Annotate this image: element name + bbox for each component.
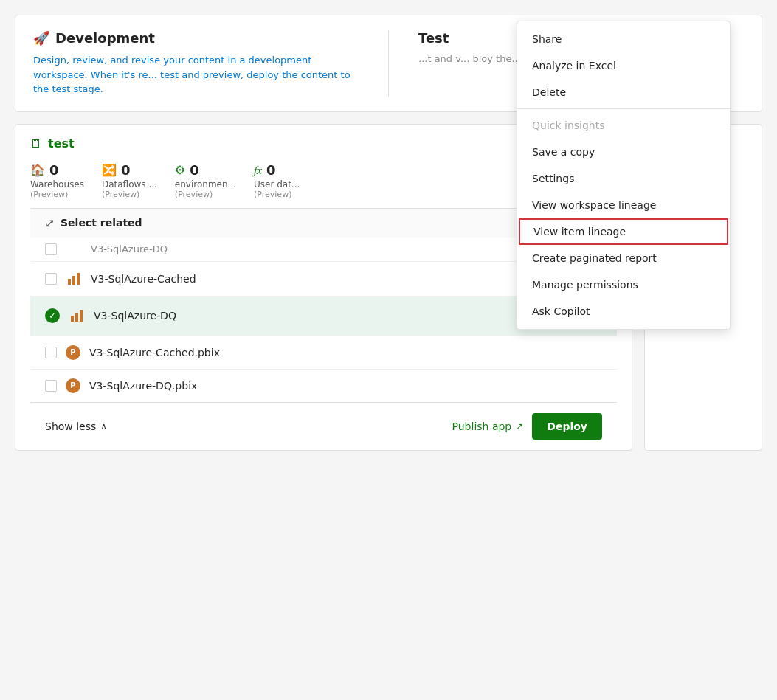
svg-rect-2	[77, 273, 80, 285]
workspace-list-icon: 🗒	[30, 136, 42, 150]
chart-icon	[69, 308, 85, 324]
userdata-icon: 𝑓𝑥	[254, 163, 262, 177]
item-checkbox[interactable]	[45, 243, 57, 255]
stat-dataflows-top: 🔀 0	[102, 162, 131, 178]
stat-userdata: 𝑓𝑥 0 User dat... (Preview)	[254, 162, 300, 199]
select-related-label: Select related	[61, 217, 554, 229]
dev-section-header: 🚀 Development	[33, 30, 359, 46]
menu-item-item-lineage[interactable]: View item lineage	[519, 218, 728, 245]
stat-userdata-top: 𝑓𝑥 0	[254, 162, 276, 178]
menu-item-manage-permissions[interactable]: Manage permissions	[517, 271, 730, 298]
table-row[interactable]: P V3-SqlAzure-DQ.pbix	[30, 370, 617, 402]
chart-icon	[66, 271, 82, 287]
publish-app-label: Publish app	[452, 420, 512, 432]
stat-warehouses-top: 🏠 0	[30, 162, 59, 178]
menu-item-workspace-lineage[interactable]: View workspace lineage	[517, 192, 730, 218]
menu-item-delete[interactable]: Delete	[517, 79, 730, 105]
stat-dataflows-label: Dataflows ...	[102, 179, 157, 190]
menu-item-paginated-report[interactable]: Create paginated report	[517, 245, 730, 271]
pbix-icon: P	[66, 378, 80, 393]
svg-rect-0	[68, 279, 71, 285]
menu-ask-copilot-label: Ask Copilot	[532, 305, 590, 317]
item-checkbox[interactable]	[45, 273, 57, 285]
menu-item-save-copy[interactable]: Save a copy	[517, 139, 730, 165]
menu-analyze-label: Analyze in Excel	[532, 60, 616, 72]
publish-app-button[interactable]: Publish app ↗	[452, 420, 524, 432]
dev-section: 🚀 Development Design, review, and revise…	[33, 30, 359, 97]
share-icon: ⤢	[45, 216, 55, 230]
stat-environments: ⚙ 0 environmen... (Preview)	[175, 162, 236, 199]
item-selected-check[interactable]: ✓	[45, 308, 60, 323]
stat-environments-preview: (Preview)	[175, 190, 213, 199]
table-row[interactable]: P V3-SqlAzure-Cached.pbix	[30, 336, 617, 370]
menu-save-copy-label: Save a copy	[532, 146, 595, 158]
svg-rect-5	[80, 310, 83, 322]
stat-userdata-preview: (Preview)	[254, 190, 291, 199]
menu-item-quick-insights: Quick insights	[517, 112, 730, 139]
stat-warehouses-num: 0	[49, 162, 59, 178]
rocket-icon: 🚀	[33, 30, 49, 46]
stat-dataflows-preview: (Preview)	[102, 190, 139, 199]
stat-dataflows-num: 0	[121, 162, 131, 178]
svg-rect-3	[71, 316, 74, 322]
item-name: V3-SqlAzure-Cached.pbix	[89, 347, 602, 358]
menu-item-share[interactable]: Share	[517, 26, 730, 52]
deploy-button[interactable]: Deploy	[532, 413, 602, 440]
item-name: V3-SqlAzure-DQ.pbix	[89, 380, 602, 392]
menu-paginated-report-label: Create paginated report	[532, 252, 657, 264]
svg-rect-4	[75, 313, 78, 322]
menu-divider-1	[517, 108, 730, 109]
bottom-bar: Show less ∧ Publish app ↗ Deploy	[30, 402, 617, 450]
item-checkbox[interactable]	[45, 380, 57, 392]
pbix-icon: P	[66, 345, 80, 360]
stat-userdata-num: 0	[266, 162, 276, 178]
stat-environments-top: ⚙ 0	[175, 162, 199, 178]
item-name-selected: V3-SqlAzure-DQ	[94, 310, 574, 322]
dev-section-desc: Design, review, and revise your content …	[33, 53, 359, 97]
stat-environments-label: environmen...	[175, 179, 236, 190]
show-less-button[interactable]: Show less ∧	[45, 420, 107, 432]
show-less-label: Show less	[45, 420, 96, 432]
environment-icon: ⚙	[175, 163, 185, 177]
stat-warehouses-preview: (Preview)	[30, 190, 68, 199]
menu-manage-permissions-label: Manage permissions	[532, 279, 638, 291]
menu-share-label: Share	[532, 33, 562, 45]
dataflow-icon: 🔀	[102, 163, 117, 177]
dev-section-title-text: Development	[55, 30, 155, 46]
external-link-icon: ↗	[516, 421, 523, 432]
menu-item-ask-copilot[interactable]: Ask Copilot	[517, 298, 730, 325]
svg-rect-1	[72, 276, 75, 285]
stat-environments-num: 0	[190, 162, 199, 178]
item-checkbox[interactable]	[45, 347, 57, 358]
menu-quick-insights-label: Quick insights	[532, 119, 605, 131]
menu-settings-label: Settings	[532, 173, 574, 184]
menu-item-settings[interactable]: Settings	[517, 165, 730, 192]
warehouse-icon: 🏠	[30, 163, 45, 177]
deploy-label: Deploy	[547, 420, 587, 432]
workspace-name: test	[48, 136, 75, 150]
menu-item-lineage-label: View item lineage	[533, 226, 626, 238]
menu-item-analyze-excel[interactable]: Analyze in Excel	[517, 52, 730, 79]
stat-userdata-label: User dat...	[254, 179, 300, 190]
stat-warehouses-label: Warehouses	[30, 179, 84, 190]
chevron-up-icon: ∧	[100, 421, 107, 432]
stat-warehouses: 🏠 0 Warehouses (Preview)	[30, 162, 84, 199]
context-menu: Share Analyze in Excel Delete Quick insi…	[517, 21, 731, 330]
menu-delete-label: Delete	[532, 86, 566, 98]
stat-dataflows: 🔀 0 Dataflows ... (Preview)	[102, 162, 157, 199]
menu-workspace-lineage-label: View workspace lineage	[532, 199, 656, 211]
